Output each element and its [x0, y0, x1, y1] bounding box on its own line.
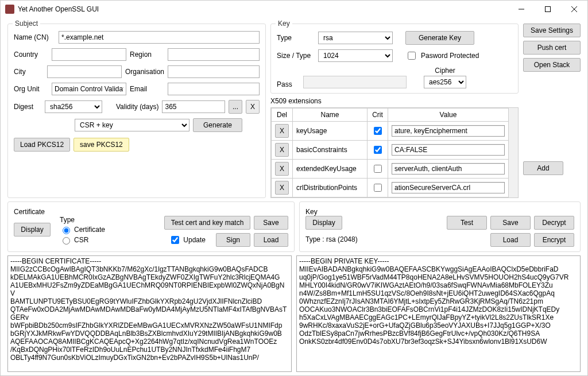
ext-crit-checkbox[interactable]: [374, 165, 382, 173]
digest-select[interactable]: sha256: [45, 100, 102, 113]
svg-rect-1: [546, 7, 551, 12]
key-load-button[interactable]: Load: [490, 233, 531, 247]
subject-title: Subject: [13, 20, 40, 28]
key-size-label: Size / Type: [277, 52, 315, 60]
key-type-line: Type : rsa (2048): [305, 235, 358, 243]
minimize-button[interactable]: [508, 1, 535, 18]
maximize-button[interactable]: [535, 1, 561, 18]
cert-type-label: Type: [60, 216, 105, 224]
validity-input[interactable]: [162, 100, 225, 113]
table-row: X extendedKeyUsage: [272, 160, 509, 179]
col-del: Del: [272, 108, 293, 122]
pass-input[interactable]: [303, 76, 407, 88]
org-label: Organisation: [125, 68, 164, 76]
key-decrypt-button[interactable]: Decrypt: [534, 216, 574, 230]
ou-label: Org Unit: [14, 85, 48, 93]
region-input[interactable]: [168, 48, 260, 61]
key-type-label: Type: [277, 34, 315, 42]
load-pkcs12-button[interactable]: Load PKCS12: [14, 138, 70, 152]
email-label: Email: [130, 85, 164, 93]
extensions-section: X509 extensions Del Name Crit Value: [270, 97, 519, 198]
push-cert-button[interactable]: Push cert: [523, 41, 581, 55]
save-settings-button[interactable]: Save Settings: [523, 24, 581, 37]
ext-crit-checkbox[interactable]: [374, 127, 382, 135]
key-display-button[interactable]: Display: [305, 216, 342, 230]
key-title: Key: [276, 20, 292, 28]
country-label: Country: [14, 51, 48, 59]
password-protected-checkbox[interactable]: [408, 52, 416, 60]
radio-certificate[interactable]: [63, 227, 70, 234]
country-input[interactable]: [52, 48, 126, 61]
region-label: Region: [130, 51, 164, 59]
city-input[interactable]: [47, 65, 122, 78]
ext-value-input[interactable]: [392, 125, 505, 137]
titlebar: Yet Another OpenSSL GUI: [1, 1, 587, 18]
name-label: Name (CN): [14, 33, 55, 41]
table-row: X crlDistributionPoints: [272, 179, 509, 197]
mode-select[interactable]: CSR + key: [75, 119, 189, 131]
col-name: Name: [293, 108, 368, 122]
cipher-label: Cipher: [435, 67, 455, 75]
ext-del-button[interactable]: X: [275, 143, 289, 157]
ext-crit-checkbox[interactable]: [374, 146, 382, 154]
open-stack-button[interactable]: Open Stack: [523, 58, 581, 72]
key-group: Key Type rsa Generate Key Size / Type 10…: [270, 24, 519, 94]
radio-csr[interactable]: [63, 237, 70, 245]
key-type-select[interactable]: rsa: [318, 32, 393, 44]
key-display-title: Key: [305, 208, 574, 216]
table-row: X basicConstraints: [272, 141, 509, 160]
window-title: Yet Another OpenSSL GUI: [18, 5, 508, 13]
ou-input[interactable]: [52, 83, 126, 95]
ext-del-button[interactable]: X: [275, 181, 289, 195]
cert-display-button[interactable]: Display: [14, 223, 51, 237]
ext-value-input[interactable]: [392, 144, 505, 156]
generate-key-button[interactable]: Generate Key: [405, 31, 474, 45]
cert-load-button[interactable]: Load: [254, 233, 288, 247]
app-icon: [5, 5, 14, 14]
city-label: City: [14, 68, 44, 76]
name-input[interactable]: [59, 31, 260, 44]
ext-value-input[interactable]: [392, 163, 505, 175]
extensions-table: Del Name Crit Value X keyUsage: [271, 108, 509, 197]
email-input[interactable]: [168, 83, 260, 95]
cert-save-button[interactable]: Save: [254, 216, 288, 230]
ext-crit-checkbox[interactable]: [374, 184, 382, 192]
cipher-select[interactable]: aes256: [424, 76, 466, 88]
extensions-title: X509 extensions: [270, 97, 519, 105]
digest-label: Digest: [14, 103, 41, 111]
subject-group: Subject Name (CN) Country Region City Or…: [7, 24, 266, 198]
radio-csr-label: CSR: [74, 236, 88, 244]
validity-dots-button[interactable]: ...: [229, 100, 242, 114]
key-test-button[interactable]: Test: [447, 216, 487, 230]
col-value: Value: [388, 108, 509, 122]
pass-label: Pass: [277, 80, 300, 88]
validity-label: Validity (days): [116, 103, 158, 111]
key-display-group: Key Display Type : rsa (2048) Test Save …: [299, 201, 581, 252]
save-pkcs12-button[interactable]: save PKCS12: [74, 138, 129, 152]
ext-name: extendedKeyUsage: [293, 160, 368, 179]
ext-del-button[interactable]: X: [275, 162, 289, 176]
validity-x-button[interactable]: X: [246, 100, 260, 114]
generate-button[interactable]: Generate: [193, 118, 242, 132]
certificate-title: Certificate: [14, 208, 288, 216]
ext-scrollbar[interactable]: [509, 108, 518, 197]
key-encrypt-button[interactable]: Encrypt: [534, 233, 574, 247]
ext-name: basicConstraints: [293, 141, 368, 160]
key-size-select[interactable]: 1024: [318, 49, 393, 62]
add-extension-button[interactable]: Add: [523, 161, 563, 175]
key-textarea[interactable]: -----BEGIN PRIVATE KEY----- MIIEvAIBADAN…: [296, 255, 581, 372]
test-match-button[interactable]: Test cert and key match: [164, 216, 250, 230]
close-button[interactable]: [561, 1, 587, 18]
update-label: Update: [183, 236, 206, 244]
ext-value-input[interactable]: [392, 182, 505, 193]
org-input[interactable]: [168, 65, 260, 78]
certificate-group: Certificate Display Type Certificate CSR: [7, 201, 295, 252]
password-protected-label: Pasword Protected: [421, 52, 479, 60]
key-save-button[interactable]: Save: [490, 216, 531, 230]
ext-del-button[interactable]: X: [275, 124, 289, 138]
cert-sign-button[interactable]: Sign: [216, 233, 250, 247]
certificate-textarea[interactable]: -----BEGIN CERTIFICATE----- MIIG2zCCBcOg…: [7, 255, 292, 372]
update-checkbox[interactable]: [171, 236, 179, 244]
ext-name: keyUsage: [293, 122, 368, 141]
col-crit: Crit: [368, 108, 388, 122]
